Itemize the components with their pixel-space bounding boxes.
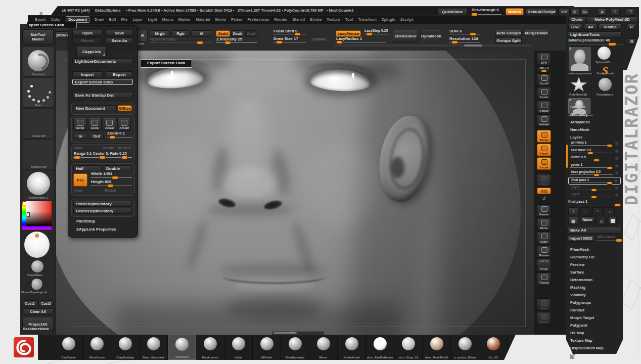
rotate-tool-icon[interactable]: R [138, 30, 148, 42]
layer-delete-button[interactable]: x [605, 207, 615, 215]
tray-item-al-23[interactable]: AL_23 [479, 335, 508, 360]
menu-transform[interactable]: Transform [358, 17, 377, 22]
import-mdd-button[interactable]: Import MDD [567, 235, 594, 242]
lightbox-tools-button[interactable]: Lightbox▸Tools [568, 31, 622, 37]
copy-tool-icon[interactable]: ▤ [570, 8, 579, 16]
zremesher-button[interactable]: ZRemesher [393, 30, 418, 42]
draw-size-handle[interactable] [277, 41, 282, 43]
spix-handle[interactable] [541, 70, 546, 72]
section-geometry-hd[interactable]: Geometry HD [567, 253, 622, 261]
menu-stroke[interactable]: Stroke [310, 17, 322, 22]
scale-button[interactable]: Scale [537, 232, 551, 244]
paste-tool-icon[interactable]: ▤▸ [580, 8, 589, 16]
menu-picker[interactable]: Picker [231, 17, 243, 22]
width-slider[interactable]: Width 1491 [90, 171, 132, 179]
menu-movie[interactable]: Movie [215, 17, 226, 22]
sdiv-slider[interactable]: SDiv 6 [449, 29, 480, 35]
lazystep-handle[interactable] [367, 33, 372, 35]
layer-row-layer[interactable]: Layer [568, 185, 621, 191]
rgb-button[interactable]: Rgb [171, 30, 190, 37]
backface-mask-label[interactable]: BackfaceMask [23, 327, 49, 331]
back-label[interactable]: Back [74, 146, 83, 150]
sphere3d-thumb[interactable] [598, 47, 611, 60]
section-contact[interactable]: Contact [567, 306, 622, 314]
zsub-button[interactable]: Zsub [231, 30, 244, 37]
z-intensity-slider[interactable]: Z Intensity 25 [216, 37, 257, 44]
section-fibermesh[interactable]: FiberMesh [567, 246, 622, 253]
mrgb-button[interactable]: Mrgb [150, 30, 170, 37]
section-nanomesh[interactable]: NanoMesh [567, 126, 622, 133]
menu-tool[interactable]: Tool [345, 17, 353, 22]
cust2-button[interactable]: Cust2 [38, 300, 54, 306]
tray-scrollbar[interactable]: ▲▼ [272, 331, 325, 335]
layer-row-inflate-0-5[interactable]: inflate 0.5 [568, 155, 621, 161]
layer-row-layer[interactable]: Layer [568, 192, 621, 198]
mdd-speed-slider[interactable]: MDD Speed [597, 235, 622, 242]
claytubes-mini-thumb[interactable] [31, 260, 43, 272]
crop-label[interactable]: Crop [74, 189, 82, 192]
gyro-icon[interactable]: ↺ [537, 195, 551, 202]
layer-handle[interactable] [594, 174, 599, 176]
layer-redo-button[interactable]: ↷ [592, 207, 603, 215]
zscript-icon[interactable]: Z [611, 8, 620, 16]
doc-nav-aahalf-button[interactable]: AAHalf [117, 118, 131, 131]
half-button[interactable]: Half [73, 165, 102, 171]
simplebrush-thumb[interactable]: S [600, 65, 611, 77]
current-brush-thumb[interactable]: Standard [23, 47, 54, 77]
spix-slider[interactable]: SPix 3 [537, 66, 551, 72]
doc-nav-zoom-button[interactable]: Zoom [88, 118, 102, 131]
goz-button[interactable]: GoZ [568, 24, 582, 30]
layer-eye-icon[interactable] [615, 171, 619, 175]
active-tool-thumb[interactable]: 2 [568, 47, 591, 72]
polymesh3d-thumb[interactable] [570, 77, 587, 93]
material-thumb[interactable]: SknReflctns 1 [23, 170, 54, 200]
dynamesh-button[interactable]: DynaMesh [420, 30, 442, 42]
section-morph-target[interactable]: Morph Target [567, 314, 622, 322]
default-zscript-button[interactable]: DefaultZScript [526, 8, 557, 15]
mergedown-button[interactable]: MergeDown [524, 30, 549, 36]
layer-eye-icon[interactable] [614, 179, 618, 183]
lock-icon[interactable]: ▣ [598, 8, 607, 16]
layer-row-final-pass-1[interactable]: final pass 1 [568, 177, 621, 185]
layer-merge-button[interactable]: ▥ [597, 217, 607, 225]
section-uv-map[interactable]: UV Map [567, 329, 622, 337]
visible-button[interactable]: Visible [599, 24, 622, 30]
layer-swatch-button[interactable] [609, 217, 617, 225]
bpr-button[interactable]: BPR [537, 53, 551, 65]
zapplink-button[interactable]: ZAppLink [76, 46, 107, 57]
frame-button[interactable]: Frame [537, 204, 551, 217]
local-button[interactable]: Local [537, 157, 551, 170]
current-stroke-thumb[interactable]: Dots [23, 77, 54, 108]
menu-marker[interactable]: Marker [178, 17, 191, 22]
section-polypaint[interactable]: Polypaint [567, 322, 622, 329]
section-texture-map[interactable]: Texture Map [567, 337, 622, 344]
aahalf-button[interactable]: AAHalf [537, 114, 551, 127]
layer-row-pores-1[interactable]: pores 1 [568, 162, 621, 169]
zapplink-properties-item[interactable]: ZAppLink Properties [76, 227, 116, 232]
shelf-scrollbar[interactable] [334, 44, 532, 47]
section-subtool[interactable]: SubTool [567, 103, 622, 111]
r-button-2[interactable]: R [628, 38, 636, 44]
shelf-scrollbar-handle[interactable] [464, 44, 482, 47]
resolution-handle[interactable] [452, 41, 457, 43]
doc-nav-scroll-button[interactable]: Scroll [73, 118, 87, 131]
menu-file[interactable]: File [121, 17, 127, 22]
rotate-button[interactable]: Rotate [537, 245, 551, 258]
menu-macro[interactable]: Macro [162, 17, 173, 22]
zoom-button[interactable]: Zoom [537, 87, 551, 100]
rate-handle[interactable] [122, 156, 127, 159]
layer-handle[interactable] [591, 189, 597, 191]
save-button[interactable]: Save [106, 30, 133, 36]
store-depth-history-button[interactable]: StoreDepthHistory [73, 201, 132, 207]
active-color-swatch[interactable] [24, 232, 50, 258]
center-handle[interactable] [100, 156, 105, 159]
clone-button[interactable]: Clone [568, 16, 585, 22]
in-button[interactable]: In [73, 133, 87, 139]
menu-light[interactable]: Light [148, 17, 157, 22]
l-sym-button[interactable]: L.Sym [537, 174, 551, 187]
layer-eye-icon[interactable] [615, 156, 619, 160]
clear-all-button[interactable]: Clear All [22, 308, 54, 315]
xyz-button[interactable]: XYZ [537, 188, 551, 194]
quicksave-button[interactable]: QuickSave [437, 8, 468, 15]
floor-button[interactable]: Floor [537, 144, 551, 156]
